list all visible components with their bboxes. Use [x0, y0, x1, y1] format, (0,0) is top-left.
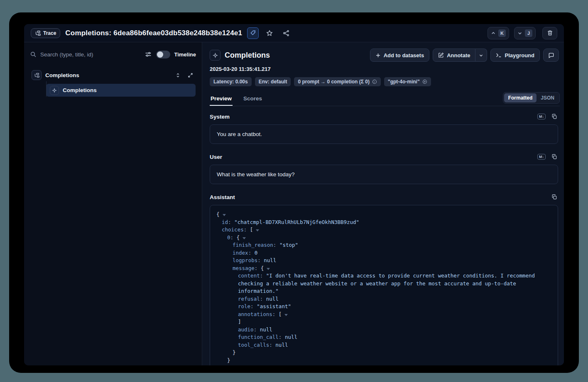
keycap-k: K	[498, 29, 506, 37]
code-token-key: message	[233, 265, 255, 271]
code-line: logprobs: null	[216, 257, 551, 265]
collapse-chevron-icon[interactable]	[267, 268, 270, 270]
code-token-brace: {	[237, 234, 240, 241]
feedback-chat-button[interactable]	[543, 49, 559, 62]
model-badge[interactable]: "gpt-4o-mini"	[384, 77, 431, 86]
assistant-json-viewer[interactable]: {id: "chatcmpl-BD7XRulRhULb7NjGfeOkhN3BB…	[210, 205, 558, 365]
star-icon	[266, 30, 273, 36]
code-token-key: role	[238, 303, 250, 309]
view-json-option[interactable]: JSON	[537, 93, 559, 102]
copy-icon[interactable]	[551, 113, 558, 120]
view-mode-segmented-control: Formatted JSON	[503, 92, 560, 104]
trace-tree: Completions	[30, 69, 196, 97]
timeline-toggle-label: Timeline	[174, 51, 196, 58]
page-title: Completions: 6dea86b6feae03db538e248b38e…	[65, 29, 242, 37]
info-icon	[372, 79, 377, 84]
code-token-punc: :	[228, 219, 234, 225]
run-title: Completions	[225, 51, 270, 60]
code-token-str: "stop"	[279, 242, 298, 248]
code-token-punc: :	[257, 257, 264, 263]
code-token-str: "assistant"	[257, 303, 291, 309]
code-line: ]	[216, 318, 551, 326]
code-line: refusal: null	[216, 295, 551, 303]
markdown-icon[interactable]: M↓	[537, 154, 546, 160]
code-token-punc: :	[230, 234, 237, 241]
code-line: {	[216, 211, 551, 219]
code-line: function_call: null	[216, 333, 551, 341]
tab-preview[interactable]: Preview	[210, 92, 233, 106]
token-usage-label: 0 prompt → 0 completion (Σ 0)	[298, 79, 370, 85]
code-line: content: "I don't have real-time data ac…	[216, 272, 551, 295]
run-header: Completions Add to datasets	[210, 47, 560, 63]
code-token-null: null	[260, 326, 272, 333]
user-section-title: User	[210, 154, 222, 160]
search-input[interactable]	[40, 51, 140, 58]
plus-icon	[375, 53, 381, 58]
env-badge: Env: default	[255, 77, 291, 86]
collapse-chevron-icon[interactable]	[243, 237, 246, 239]
user-message-text: What is the weather like today?	[217, 171, 295, 178]
code-token-punc: :	[255, 265, 261, 271]
playground-label: Playground	[505, 52, 534, 58]
annotate-split-button: Annotate	[433, 49, 487, 62]
code-token-punc: :	[260, 296, 266, 302]
code-token-key: tool_calls	[238, 342, 269, 348]
markdown-icon[interactable]: M↓	[537, 114, 546, 119]
filter-settings-icon[interactable]	[144, 50, 152, 58]
code-token-punc: :	[250, 303, 257, 309]
prev-run-button[interactable]: K	[488, 27, 509, 39]
code-token-num: 0	[255, 250, 258, 256]
main-panel: Completions Add to datasets	[202, 42, 564, 365]
code-token-key: content	[238, 273, 260, 279]
star-button[interactable]	[264, 27, 275, 39]
code-token-punc: :	[273, 242, 279, 248]
search-row: Timeline	[30, 48, 196, 61]
content-row: Timeline Completions	[24, 42, 564, 365]
expand-diagonal-icon[interactable]	[186, 71, 194, 79]
tree-item-completions-root[interactable]: Completions	[30, 69, 196, 81]
code-token-punc: :	[279, 334, 285, 340]
code-token-null: null	[264, 257, 276, 263]
window-frame: Trace Completions: 6dea86b6feae03db538e2…	[9, 12, 579, 373]
playground-button[interactable]: Playground	[490, 49, 540, 62]
collapse-chevron-icon[interactable]	[223, 214, 226, 216]
trace-badge: Trace	[31, 28, 60, 38]
annotate-dropdown-button[interactable]	[475, 49, 487, 62]
trace-tree-icon	[35, 30, 41, 36]
tree-item-completions-run[interactable]: Completions	[46, 84, 196, 97]
llm-run-icon	[50, 86, 59, 95]
code-line: annotations: [	[216, 311, 551, 319]
annotate-button[interactable]: Annotate	[433, 49, 475, 62]
collapse-chevron-icon[interactable]	[284, 314, 288, 316]
run-io-scroll-area[interactable]: System M↓ You are a chatbot.	[210, 106, 560, 365]
view-formatted-option[interactable]: Formatted	[504, 93, 537, 102]
token-usage-badge[interactable]: 0 prompt → 0 completion (Σ 0)	[294, 77, 381, 86]
code-token-punc: :	[254, 326, 260, 333]
code-token-brace: {	[216, 211, 220, 217]
chevron-down-icon	[479, 53, 483, 58]
code-token-key: audio	[238, 326, 254, 333]
tab-scores[interactable]: Scores	[243, 92, 263, 106]
tree-child-label: Completions	[63, 87, 97, 93]
next-run-button[interactable]: J	[514, 27, 536, 39]
copy-icon[interactable]	[551, 193, 558, 201]
collapse-chevron-icon[interactable]	[256, 229, 259, 231]
add-to-datasets-button[interactable]: Add to datasets	[370, 49, 430, 62]
timeline-toggle[interactable]	[156, 51, 170, 58]
chat-bubble-icon	[548, 52, 554, 58]
code-token-punc: :	[272, 311, 279, 317]
code-token-punc: :	[248, 250, 255, 256]
expand-all-icon[interactable]	[174, 71, 182, 79]
code-token-null: null	[275, 342, 288, 348]
sidebar: Timeline Completions	[24, 42, 202, 365]
code-token-key: id	[222, 219, 228, 225]
assistant-section-header: Assistant	[210, 193, 558, 201]
delete-button[interactable]	[542, 27, 557, 39]
share-button[interactable]	[280, 27, 292, 39]
copy-icon[interactable]	[551, 153, 558, 161]
code-token-key: finish_reason	[233, 242, 273, 248]
tabs-row: Preview Scores Formatted JSON	[210, 92, 560, 106]
env-badge-label: Env: default	[259, 79, 287, 85]
tag-button[interactable]	[247, 27, 259, 39]
system-section-header: System M↓	[210, 113, 558, 120]
